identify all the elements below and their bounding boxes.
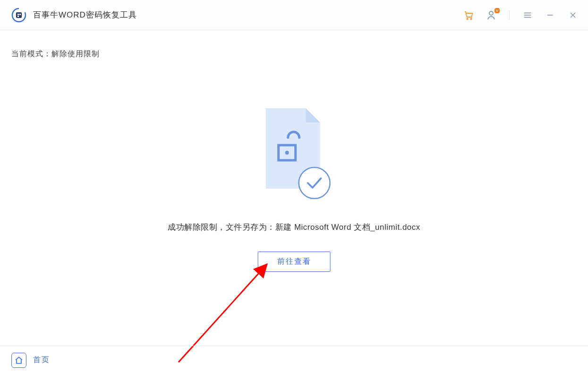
mode-label: 当前模式：解除使用限制 (11, 49, 577, 59)
titlebar-right: V (463, 9, 579, 21)
content-area: 当前模式：解除使用限制 成功解除限制，文件另存为：新建 Microsoft Wo… (0, 30, 588, 346)
svg-rect-3 (19, 14, 21, 15)
user-icon[interactable]: V (486, 9, 497, 21)
minimize-icon[interactable] (545, 9, 556, 21)
menu-icon[interactable] (522, 9, 533, 21)
close-icon[interactable] (567, 9, 579, 21)
svg-point-16 (299, 167, 330, 199)
home-icon[interactable] (11, 353, 26, 368)
titlebar-left: 百事牛WORD密码恢复工具 (11, 8, 137, 23)
app-logo-icon (11, 8, 26, 23)
svg-rect-2 (17, 14, 19, 15)
app-title: 百事牛WORD密码恢复工具 (33, 9, 137, 20)
go-view-button[interactable]: 前往查看 (258, 252, 331, 272)
success-message: 成功解除限制，文件另存为：新建 Microsoft Word 文档_unlimi… (168, 222, 420, 233)
svg-point-7 (489, 11, 493, 15)
footer: 首页 (0, 346, 588, 374)
user-badge: V (494, 8, 500, 13)
result-block: 成功解除限制，文件另存为：新建 Microsoft Word 文档_unlimi… (168, 104, 420, 272)
document-unlocked-icon (254, 104, 334, 203)
svg-point-15 (285, 151, 289, 155)
titlebar: 百事牛WORD密码恢复工具 V (0, 0, 588, 30)
svg-point-6 (470, 18, 472, 19)
cart-icon[interactable] (463, 9, 474, 21)
svg-point-5 (467, 18, 468, 19)
home-link[interactable]: 首页 (33, 355, 50, 365)
svg-rect-4 (17, 16, 19, 17)
divider (509, 10, 510, 20)
